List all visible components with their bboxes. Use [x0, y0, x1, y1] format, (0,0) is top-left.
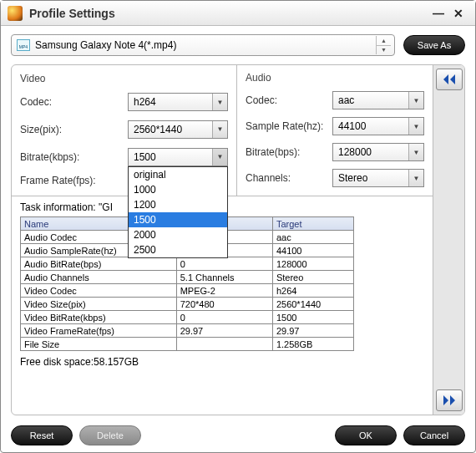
double-chevron-right-icon — [442, 395, 457, 405]
bitrate-dropdown: original 1000 1200 1500 2000 2500 — [128, 166, 228, 258]
window-title: Profile Settings — [29, 7, 115, 20]
video-size-label: Size(pix): — [20, 124, 119, 135]
app-logo-icon — [8, 6, 23, 21]
video-panel: Video Codec: h264 ▼ Size(pix): 2560*1440… — [12, 65, 237, 196]
video-codec-select[interactable]: h264 ▼ — [128, 93, 228, 111]
profile-selector[interactable]: Samsung Galaxy Note 4(*.mp4) ▲ ▼ — [11, 34, 395, 56]
audio-bitrate-select[interactable]: 128000 ▼ — [332, 143, 424, 161]
main-area: Video Codec: h264 ▼ Size(pix): 2560*1440… — [11, 64, 465, 415]
chevron-down-icon: ▼ — [408, 144, 423, 160]
double-chevron-left-icon — [442, 74, 457, 84]
chevron-up-icon[interactable]: ▲ — [377, 36, 391, 45]
chevron-down-icon: ▼ — [212, 94, 227, 110]
mp4-icon — [17, 39, 30, 51]
table-row: Video BitRate(kbps)01500 — [21, 311, 354, 324]
chevron-down-icon: ▼ — [408, 170, 423, 186]
bitrate-option[interactable]: 1000 — [129, 182, 227, 197]
cancel-button[interactable]: Cancel — [403, 425, 465, 445]
prev-button[interactable] — [436, 69, 463, 90]
video-codec-label: Codec: — [20, 96, 119, 108]
table-row: Video CodecMPEG-2h264 — [21, 284, 354, 298]
col-target[interactable]: Target — [272, 217, 353, 231]
audio-panel: Audio Codec: aac ▼ Sample Rate(hz): 4410… — [237, 65, 433, 196]
reset-button[interactable]: Reset — [11, 425, 73, 445]
video-bitrate-select[interactable]: 1500 ▼ original 1000 1200 1500 2000 2500 — [128, 148, 228, 166]
audio-heading: Audio — [246, 72, 424, 84]
chevron-down-icon[interactable]: ▼ — [377, 45, 391, 55]
side-nav — [433, 65, 464, 415]
video-heading: Video — [20, 73, 228, 84]
window: Profile Settings — ✕ Samsung Galaxy Note… — [0, 0, 476, 453]
bitrate-option[interactable]: 1500 — [129, 212, 227, 227]
profile-row: Samsung Galaxy Note 4(*.mp4) ▲ ▼ Save As — [1, 26, 475, 61]
table-row: Audio Channels5.1 ChannelsStereo — [21, 271, 354, 284]
video-framerate-label: Frame Rate(fps): — [20, 175, 119, 186]
table-row: Video Size(pix)720*4802560*1440 — [21, 298, 354, 311]
bitrate-option[interactable]: 2500 — [129, 242, 227, 257]
bitrate-option[interactable]: 1200 — [129, 197, 227, 212]
audio-bitrate-label: Bitrate(bps): — [246, 146, 324, 158]
audio-samplerate-label: Sample Rate(hz): — [246, 120, 324, 132]
table-row: File Size1.258GB — [21, 338, 354, 351]
save-as-button[interactable]: Save As — [403, 35, 465, 55]
audio-codec-select[interactable]: aac ▼ — [332, 91, 424, 109]
titlebar: Profile Settings — ✕ — [1, 1, 475, 26]
close-button[interactable]: ✕ — [448, 3, 468, 23]
audio-channels-label: Channels: — [246, 172, 324, 184]
minimize-button[interactable]: — — [428, 3, 448, 23]
audio-channels-select[interactable]: Stereo ▼ — [332, 169, 424, 187]
video-bitrate-label: Bitrate(kbps): — [20, 151, 119, 163]
ok-button[interactable]: OK — [335, 425, 397, 445]
next-button[interactable] — [436, 389, 463, 411]
audio-codec-label: Codec: — [246, 94, 324, 106]
profile-stepper[interactable]: ▲ ▼ — [376, 36, 391, 54]
chevron-down-icon: ▼ — [408, 92, 423, 109]
chevron-down-icon: ▼ — [408, 118, 423, 135]
chevron-down-icon: ▼ — [212, 121, 227, 138]
delete-button: Delete — [79, 425, 141, 445]
audio-samplerate-select[interactable]: 44100 ▼ — [332, 117, 424, 135]
bitrate-option[interactable]: 2000 — [129, 227, 227, 242]
free-disk-label: Free disk space:58.157GB — [20, 356, 424, 368]
bottom-bar: Reset Delete OK Cancel — [1, 420, 475, 450]
video-size-select[interactable]: 2560*1440 ▼ — [128, 120, 228, 139]
chevron-down-icon: ▼ — [212, 149, 227, 165]
table-row: Video FrameRate(fps)29.9729.97 — [21, 324, 354, 338]
bitrate-option[interactable]: original — [129, 167, 227, 182]
profile-value: Samsung Galaxy Note 4(*.mp4) — [35, 39, 371, 51]
table-row: Audio BitRate(bps)0128000 — [21, 257, 354, 271]
